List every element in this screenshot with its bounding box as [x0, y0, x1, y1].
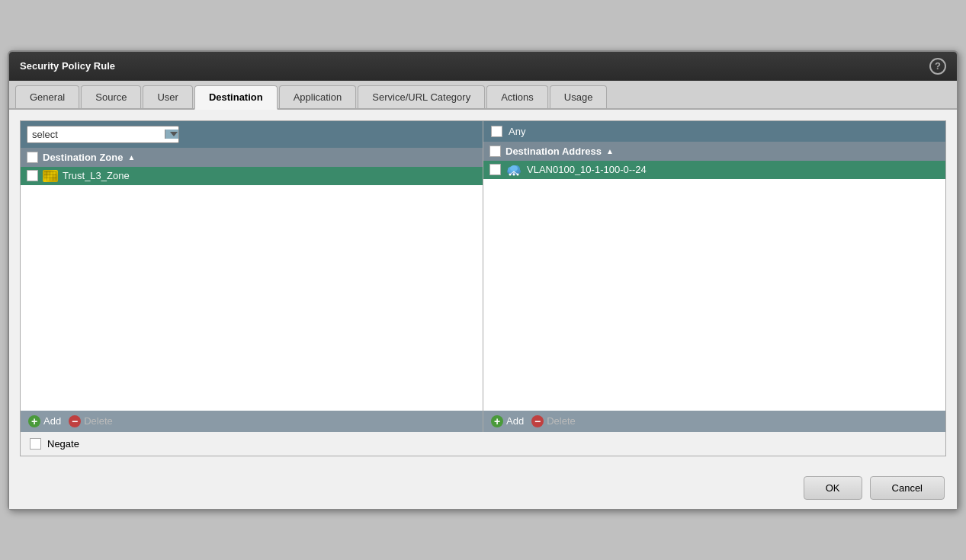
any-label: Any [509, 126, 525, 137]
dropdown-button[interactable] [165, 130, 179, 139]
tab-usage[interactable]: Usage [550, 85, 608, 108]
help-icon[interactable]: ? [929, 58, 946, 75]
address-delete-button[interactable]: − Delete [531, 415, 576, 427]
ok-button[interactable]: OK [804, 476, 862, 500]
tab-source[interactable]: Source [81, 85, 141, 108]
tab-bar: General Source User Destination Applicat… [9, 81, 957, 110]
svg-point-8 [513, 173, 515, 175]
address-item-label: VLAN0100_10-1-100-0--24 [527, 164, 647, 175]
tab-actions[interactable]: Actions [486, 85, 548, 108]
zone-footer: + Add − Delete [21, 411, 483, 432]
zone-header-checkbox[interactable] [27, 152, 38, 163]
add-icon: + [491, 415, 503, 427]
network-icon [505, 164, 522, 176]
right-panel: Any Destination Address ▲ [483, 121, 945, 432]
zone-delete-button[interactable]: − Delete [69, 415, 113, 427]
delete-icon: − [531, 415, 544, 427]
zone-list: Trust_L3_Zone [21, 167, 483, 411]
cancel-button[interactable]: Cancel [870, 476, 945, 500]
panel-inner: Destination Zone ▲ Trust_L3_Zone [21, 121, 945, 432]
negate-label: Negate [47, 438, 79, 450]
security-policy-dialog: Security Policy Rule ? General Source Us… [8, 50, 958, 510]
address-sort-icon: ▲ [606, 147, 614, 155]
address-footer: + Add − Delete [483, 411, 945, 432]
address-header-label: Destination Address [505, 146, 602, 157]
tab-service-url[interactable]: Service/URL Category [358, 85, 485, 108]
address-header-checkbox[interactable] [489, 146, 501, 157]
address-item-checkbox[interactable] [489, 164, 501, 175]
tab-user[interactable]: User [143, 85, 192, 108]
select-dropdown[interactable] [27, 126, 179, 143]
svg-point-7 [509, 173, 512, 175]
zone-add-label: Add [43, 415, 61, 427]
address-column-header: Destination Address ▲ [483, 142, 945, 161]
list-item[interactable]: Trust_L3_Zone [21, 167, 483, 185]
svg-point-9 [517, 173, 519, 175]
zone-item-label: Trust_L3_Zone [63, 170, 130, 181]
address-delete-label: Delete [547, 415, 576, 427]
list-item[interactable]: VLAN0100_10-1-100-0--24 [483, 161, 945, 179]
title-bar: Security Policy Rule ? [9, 52, 957, 81]
tab-general[interactable]: General [15, 85, 79, 108]
select-input[interactable] [27, 126, 165, 142]
select-row [21, 121, 483, 148]
chevron-down-icon [170, 132, 178, 136]
zone-add-button[interactable]: + Add [28, 415, 61, 427]
negate-row: Negate [21, 432, 945, 456]
add-icon: + [28, 415, 40, 427]
any-row: Any [483, 121, 945, 142]
zone-column-header: Destination Zone ▲ [21, 148, 483, 167]
left-panel: Destination Zone ▲ Trust_L3_Zone [21, 121, 483, 432]
main-panel: Destination Zone ▲ Trust_L3_Zone [20, 120, 946, 456]
address-add-button[interactable]: + Add [491, 415, 524, 427]
content-area: Destination Zone ▲ Trust_L3_Zone [9, 110, 957, 467]
tab-application[interactable]: Application [279, 85, 357, 108]
dialog-footer: OK Cancel [9, 467, 957, 509]
delete-icon: − [69, 415, 81, 427]
any-checkbox[interactable] [491, 126, 502, 137]
zone-icon [43, 170, 58, 182]
zone-sort-icon: ▲ [127, 153, 135, 162]
zone-header-label: Destination Zone [43, 152, 123, 163]
negate-checkbox[interactable] [30, 438, 41, 450]
zone-delete-label: Delete [84, 415, 113, 427]
svg-point-3 [510, 165, 518, 171]
tab-destination[interactable]: Destination [194, 85, 278, 110]
address-add-label: Add [506, 415, 524, 427]
dialog-title: Security Policy Rule [20, 60, 115, 72]
zone-item-checkbox[interactable] [27, 170, 38, 181]
address-list: VLAN0100_10-1-100-0--24 [483, 161, 945, 411]
